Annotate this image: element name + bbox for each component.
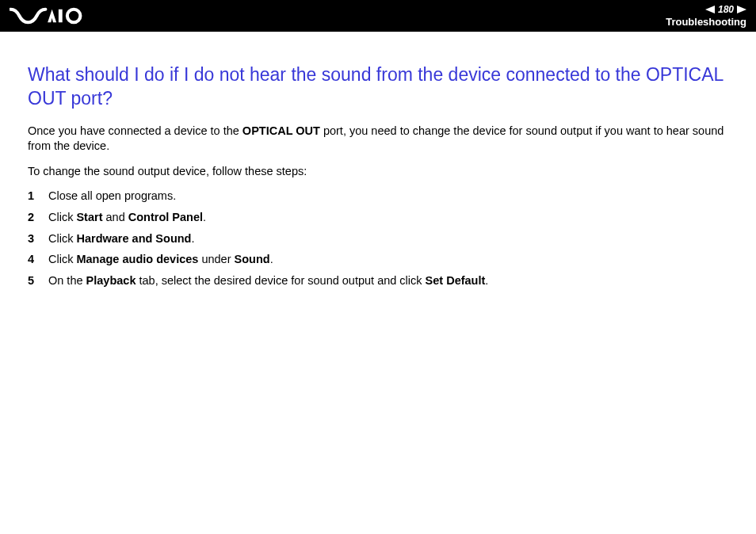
intro-pre: Once you have connected a device to the bbox=[28, 124, 242, 137]
step-text-segment: . bbox=[270, 253, 273, 265]
step-text-segment: tab, select the desired device for sound… bbox=[136, 274, 425, 287]
instruction-paragraph: To change the sound output device, follo… bbox=[28, 164, 728, 180]
page-nav: 180 bbox=[705, 4, 746, 15]
header-right: 180 Troubleshooting bbox=[666, 4, 746, 28]
step-text-segment: . bbox=[203, 211, 206, 223]
content-area: What should I do if I do not hear the so… bbox=[0, 32, 756, 310]
svg-rect-0 bbox=[59, 10, 63, 23]
intro-bold: OPTICAL OUT bbox=[242, 124, 320, 137]
step-text: Click Manage audio devices under Sound. bbox=[48, 252, 273, 268]
nav-next-icon[interactable] bbox=[737, 6, 746, 13]
page-heading: What should I do if I do not hear the so… bbox=[28, 63, 728, 111]
step-text-segment: under bbox=[198, 253, 234, 265]
step-item: 5On the Playback tab, select the desired… bbox=[28, 273, 728, 289]
step-text: Click Hardware and Sound. bbox=[48, 231, 195, 247]
step-text: On the Playback tab, select the desired … bbox=[48, 273, 488, 289]
step-bold-term: Sound bbox=[235, 253, 270, 265]
step-text-segment: Click bbox=[48, 253, 76, 265]
step-item: 3Click Hardware and Sound. bbox=[28, 231, 728, 247]
step-bold-term: Playback bbox=[86, 274, 136, 287]
step-text-segment: . bbox=[485, 274, 488, 287]
step-number: 3 bbox=[28, 231, 48, 247]
vaio-logo bbox=[10, 0, 97, 32]
step-bold-term: Manage audio devices bbox=[76, 253, 198, 265]
svg-marker-2 bbox=[705, 6, 715, 13]
step-text-segment: and bbox=[103, 211, 128, 223]
step-bold-term: Set Default bbox=[426, 274, 486, 287]
step-number: 2 bbox=[28, 210, 48, 226]
step-number: 1 bbox=[28, 189, 48, 204]
step-item: 1Close all open programs. bbox=[28, 189, 728, 204]
step-text-segment: Close all open programs. bbox=[48, 189, 176, 202]
nav-prev-icon[interactable] bbox=[705, 6, 715, 13]
svg-marker-3 bbox=[737, 6, 746, 13]
section-name: Troubleshooting bbox=[666, 16, 746, 28]
step-bold-term: Start bbox=[76, 211, 102, 223]
step-text-segment: Click bbox=[48, 232, 76, 245]
step-bold-term: Control Panel bbox=[128, 211, 203, 223]
step-text-segment: . bbox=[191, 232, 194, 245]
intro-paragraph: Once you have connected a device to the … bbox=[28, 124, 728, 154]
step-number: 5 bbox=[28, 273, 48, 289]
step-text: Close all open programs. bbox=[48, 189, 176, 204]
page-number: 180 bbox=[718, 4, 734, 15]
step-item: 4Click Manage audio devices under Sound. bbox=[28, 252, 728, 268]
svg-point-1 bbox=[67, 10, 81, 23]
step-text: Click Start and Control Panel. bbox=[48, 210, 206, 226]
step-item: 2Click Start and Control Panel. bbox=[28, 210, 728, 226]
step-text-segment: Click bbox=[48, 211, 76, 223]
steps-list: 1Close all open programs.2Click Start an… bbox=[28, 189, 728, 288]
step-text-segment: On the bbox=[48, 274, 86, 287]
step-bold-term: Hardware and Sound bbox=[76, 232, 191, 245]
header-bar: 180 Troubleshooting bbox=[0, 0, 756, 32]
step-number: 4 bbox=[28, 252, 48, 268]
